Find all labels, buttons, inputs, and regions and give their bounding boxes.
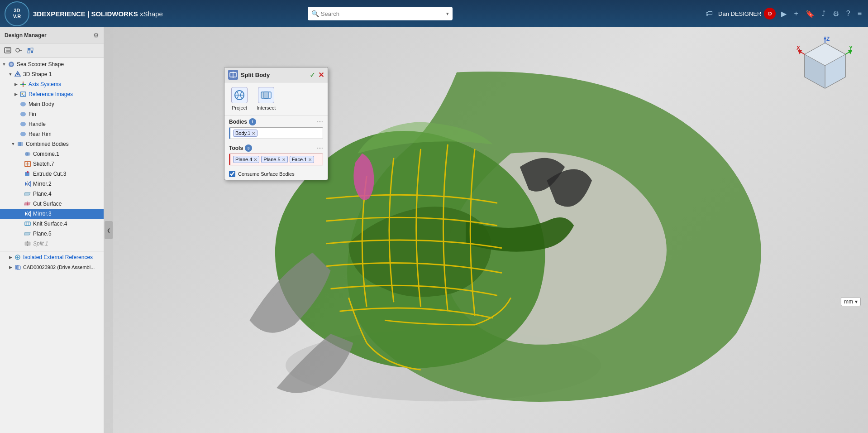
cad-label: CAD00023982 (Drive Assembl... xyxy=(23,265,95,270)
bookmark-icon[interactable]: 🔖 xyxy=(804,8,816,20)
tree-item-3dshape[interactable]: ▼ 3D Shape 1 xyxy=(0,69,104,79)
nav-cube[interactable]: Z Y X xyxy=(796,36,854,95)
tree-item-fin[interactable]: Fin xyxy=(0,109,104,119)
tag-icon[interactable]: 🏷 xyxy=(704,8,715,19)
tab-project[interactable]: Project xyxy=(231,87,248,111)
svg-point-13 xyxy=(17,73,19,75)
svg-rect-31 xyxy=(27,171,29,173)
model-svg xyxy=(104,27,868,433)
expand-icon[interactable]: ▼ xyxy=(7,72,14,77)
svg-rect-17 xyxy=(20,92,26,96)
tree-item-knit-surface4[interactable]: Knit Surface.4 xyxy=(0,219,104,229)
consume-checkbox-row: Consume Surface Bodies xyxy=(224,168,328,180)
tree-item-mirror3[interactable]: Mirror.3 xyxy=(0,209,104,219)
rear-rim-icon xyxy=(19,130,27,138)
tree-item-rear-rim[interactable]: Rear Rim xyxy=(0,129,104,139)
tree-item-combine1[interactable]: Combine.1 xyxy=(0,149,104,159)
expand-icon[interactable]: ▶ xyxy=(13,92,19,96)
search-input[interactable] xyxy=(321,10,446,17)
help-icon[interactable]: ? xyxy=(844,8,852,19)
tool-chip-2: Plane.5 ✕ xyxy=(261,156,287,163)
svg-rect-24 xyxy=(19,142,23,146)
share-icon[interactable]: ⤴ xyxy=(820,8,827,19)
consume-checkbox[interactable] xyxy=(229,171,235,177)
menu-icon[interactable]: ≡ xyxy=(856,8,863,19)
tree-item-axis[interactable]: ▶ Axis Systems xyxy=(0,79,104,89)
tools-input[interactable]: Plane.4 ✕ Plane.5 ✕ Face.1 ✕ xyxy=(229,154,323,165)
tree-item-split1[interactable]: Split.1 xyxy=(0,239,104,249)
project-tab-icon xyxy=(231,87,248,103)
3d-model-area xyxy=(104,27,868,433)
dialog-close-button[interactable]: ✕ xyxy=(318,71,324,79)
dialog-ok-button[interactable]: ✓ xyxy=(310,71,315,79)
tools-count: 3 xyxy=(245,144,252,152)
bodies-more-icon[interactable]: ⋯ xyxy=(317,118,323,125)
mirror3-icon xyxy=(24,210,32,218)
intersect-tab-icon xyxy=(258,87,274,103)
tools-icon[interactable]: ⚙ xyxy=(831,8,841,20)
plus-icon[interactable]: + xyxy=(792,8,800,19)
sketch7-label: Sketch.7 xyxy=(33,161,54,167)
sidebar-btn-3[interactable] xyxy=(25,45,35,55)
unit-value: mm xyxy=(844,298,853,305)
expand-icon[interactable]: ▼ xyxy=(1,62,7,67)
tab-intersect[interactable]: Intersect xyxy=(257,87,276,111)
play-icon[interactable]: ▶ xyxy=(779,8,788,20)
tab-intersect-label: Intersect xyxy=(257,105,276,111)
svg-rect-8 xyxy=(28,51,30,53)
svg-marker-34 xyxy=(28,182,30,186)
tree-item-main-body[interactable]: Main Body xyxy=(0,99,104,109)
tree-separator xyxy=(0,250,104,251)
combine-icon xyxy=(24,150,32,158)
tool-chip-3-close[interactable]: ✕ xyxy=(308,157,312,162)
tree-item-mirror2[interactable]: Mirror.2 xyxy=(0,179,104,189)
handle-icon xyxy=(19,120,27,128)
tool-chip-3-label: Face.1 xyxy=(292,157,307,162)
3dshape-label: 3D Shape 1 xyxy=(23,71,52,77)
tree-item-sketch7[interactable]: Sketch.7 xyxy=(0,159,104,169)
tree-item-cut-surface[interactable]: Cut Surface xyxy=(0,199,104,209)
avatar[interactable]: D xyxy=(764,8,776,19)
tree-item-isolated-ext[interactable]: ▶ Isolated External References xyxy=(0,252,104,262)
tools-more-icon[interactable]: ⋯ xyxy=(317,144,323,152)
unit-dropdown[interactable]: mm ▾ xyxy=(841,297,861,306)
tool-chip-1-close[interactable]: ✕ xyxy=(253,157,257,162)
chevron-down-icon[interactable]: ▾ xyxy=(446,11,449,17)
split1-icon xyxy=(24,240,32,248)
search-bar[interactable]: 🔍 ▾ xyxy=(308,7,453,20)
bodies-header: Bodies 1 ⋯ xyxy=(229,118,323,125)
tree-item-sea-scooter[interactable]: ▼ Sea Scooter Shape xyxy=(0,59,104,69)
tree-item-cad[interactable]: ▶ CAD00023982 (Drive Assembl... xyxy=(0,262,104,272)
body-chip-close[interactable]: ✕ xyxy=(252,131,255,136)
expand-icon[interactable]: ▶ xyxy=(7,255,14,260)
svg-rect-7 xyxy=(31,48,33,50)
dialog-icon xyxy=(228,70,238,80)
svg-point-26 xyxy=(27,152,30,156)
sidebar-btn-2[interactable] xyxy=(14,45,24,55)
tree-item-plane5[interactable]: Plane.5 xyxy=(0,229,104,239)
tree-item-handle[interactable]: Handle xyxy=(0,119,104,129)
bodies-input[interactable]: Body.1 ✕ xyxy=(229,127,323,139)
expand-icon[interactable]: ▼ xyxy=(10,142,16,146)
app-logo[interactable]: 3D V.R xyxy=(5,1,29,26)
viewport[interactable]: Z Y X ❮ mm ▾ xyxy=(104,27,868,433)
svg-point-19 xyxy=(20,102,26,106)
tree-item-combined-bodies[interactable]: ▼ Combined Bodies xyxy=(0,139,104,149)
tree-item-plane4[interactable]: Plane.4 xyxy=(0,189,104,199)
svg-point-21 xyxy=(20,122,26,126)
cad-icon xyxy=(14,263,22,271)
tree-item-ref-images[interactable]: ▶ Reference Images xyxy=(0,89,104,99)
tool-chip-2-close[interactable]: ✕ xyxy=(282,157,286,162)
sidebar-collapse-icon[interactable]: ⚙ xyxy=(93,32,99,39)
ref-images-icon xyxy=(19,90,27,98)
svg-rect-72 xyxy=(264,92,268,98)
tool-chip-1-label: Plane.4 xyxy=(235,157,252,162)
sidebar-btn-1[interactable] xyxy=(3,45,13,55)
expand-icon[interactable]: ▶ xyxy=(7,265,14,269)
expand-icon[interactable]: ▶ xyxy=(13,82,19,87)
body-chip: Body.1 ✕ xyxy=(233,130,258,137)
viewport-collapse-button[interactable]: ❮ xyxy=(105,221,113,239)
split1-label: Split.1 xyxy=(33,241,48,247)
svg-text:X: X xyxy=(796,45,800,51)
tree-item-extrude-cut3[interactable]: Extrude Cut.3 xyxy=(0,169,104,179)
